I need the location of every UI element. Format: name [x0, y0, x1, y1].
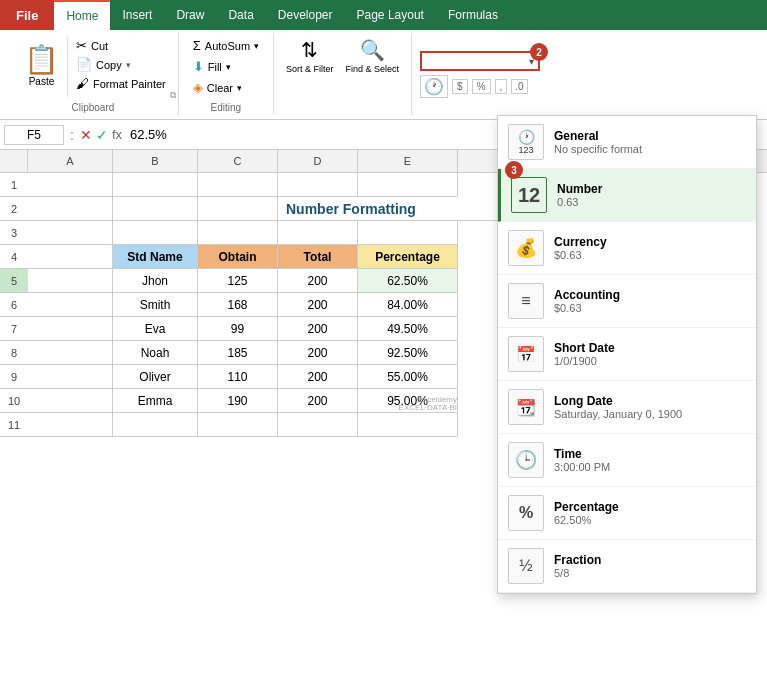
- autosum-arrow[interactable]: ▾: [254, 41, 259, 51]
- tab-draw[interactable]: Draw: [164, 0, 216, 30]
- cut-button[interactable]: ✂ Cut: [72, 36, 170, 55]
- numformat-item-percentage[interactable]: % Percentage 62.50%: [498, 487, 756, 540]
- clear-button[interactable]: ◈ Clear ▾: [187, 78, 265, 97]
- cell-b1[interactable]: [113, 173, 198, 197]
- cell-d11[interactable]: [278, 413, 358, 437]
- format-icon-5[interactable]: .0: [511, 79, 527, 94]
- insert-function-icon[interactable]: fx: [112, 127, 122, 143]
- number-format-input[interactable]: [426, 55, 529, 67]
- cell-b7[interactable]: Eva: [113, 317, 198, 341]
- cell-c8[interactable]: 185: [198, 341, 278, 365]
- col-header-e[interactable]: E: [358, 150, 458, 172]
- cell-c2[interactable]: [198, 197, 278, 221]
- fill-button[interactable]: ⬇ Fill ▾: [187, 57, 265, 76]
- cell-b6[interactable]: Smith: [113, 293, 198, 317]
- numformat-item-time[interactable]: 🕒 Time 3:00:00 PM: [498, 434, 756, 487]
- cell-b5[interactable]: Jhon: [113, 269, 198, 293]
- cell-a10[interactable]: [28, 389, 113, 413]
- cell-c4-header[interactable]: Obtain: [198, 245, 278, 269]
- tab-insert[interactable]: Insert: [110, 0, 164, 30]
- format-icon-2[interactable]: $: [452, 79, 468, 94]
- cell-d1[interactable]: [278, 173, 358, 197]
- cell-c6[interactable]: 168: [198, 293, 278, 317]
- clipboard-expand[interactable]: ⧉: [170, 90, 176, 101]
- number-format-dropdown[interactable]: ▾ 2: [420, 51, 540, 71]
- fill-arrow[interactable]: ▾: [226, 62, 231, 72]
- cell-b4-header[interactable]: Std Name: [113, 245, 198, 269]
- format-icon-1[interactable]: 🕐: [420, 75, 448, 98]
- col-header-b[interactable]: B: [113, 150, 198, 172]
- cell-a4[interactable]: [28, 245, 113, 269]
- cell-a11[interactable]: [28, 413, 113, 437]
- tab-page-layout[interactable]: Page Layout: [345, 0, 436, 30]
- cell-e3[interactable]: [358, 221, 458, 245]
- cell-e11[interactable]: [358, 413, 458, 437]
- clear-arrow[interactable]: ▾: [237, 83, 242, 93]
- tab-file[interactable]: File: [0, 0, 54, 30]
- find-select-button[interactable]: 🔍 Find & Select: [342, 36, 404, 77]
- confirm-formula-icon[interactable]: ✓: [96, 127, 108, 143]
- cell-a1[interactable]: [28, 173, 113, 197]
- col-header-d[interactable]: D: [278, 150, 358, 172]
- cell-d8[interactable]: 200: [278, 341, 358, 365]
- numformat-item-number[interactable]: 3 12 Number 0.63: [498, 169, 756, 222]
- tab-home[interactable]: Home: [54, 0, 110, 30]
- cell-a2[interactable]: [28, 197, 113, 221]
- cell-a3[interactable]: [28, 221, 113, 245]
- cell-a9[interactable]: [28, 365, 113, 389]
- format-icon-4[interactable]: ,: [495, 79, 508, 94]
- cell-b3[interactable]: [113, 221, 198, 245]
- cell-c5[interactable]: 125: [198, 269, 278, 293]
- sort-filter-button[interactable]: ⇅ Sort & Filter: [282, 36, 338, 77]
- cell-c7[interactable]: 99: [198, 317, 278, 341]
- cell-b11[interactable]: [113, 413, 198, 437]
- col-header-a[interactable]: A: [28, 150, 113, 172]
- cancel-formula-icon[interactable]: ✕: [80, 127, 92, 143]
- cell-d5[interactable]: 200: [278, 269, 358, 293]
- numformat-item-long-date[interactable]: 📆 Long Date Saturday, January 0, 1900: [498, 381, 756, 434]
- cell-e7[interactable]: 49.50%: [358, 317, 458, 341]
- copy-button[interactable]: 📄 Copy ▾: [72, 55, 170, 74]
- cell-c11[interactable]: [198, 413, 278, 437]
- cell-a8[interactable]: [28, 341, 113, 365]
- cell-b8[interactable]: Noah: [113, 341, 198, 365]
- tab-developer[interactable]: Developer: [266, 0, 345, 30]
- numformat-item-general[interactable]: 🕐 123 General No specific format: [498, 116, 756, 169]
- format-icon-3[interactable]: %: [472, 79, 491, 94]
- cell-e4-header[interactable]: Percentage: [358, 245, 458, 269]
- cell-c3[interactable]: [198, 221, 278, 245]
- cell-b2[interactable]: [113, 197, 198, 221]
- cell-d3[interactable]: [278, 221, 358, 245]
- cell-d6[interactable]: 200: [278, 293, 358, 317]
- cell-e1[interactable]: [358, 173, 458, 197]
- format-painter-button[interactable]: 🖌 Format Painter: [72, 74, 170, 93]
- cell-e10[interactable]: 95.00% exceldemyEXCEL·DATA·BI: [358, 389, 458, 413]
- cell-e8[interactable]: 92.50%: [358, 341, 458, 365]
- cell-d7[interactable]: 200: [278, 317, 358, 341]
- paste-button[interactable]: 📋 Paste: [16, 36, 68, 97]
- cell-e9[interactable]: 55.00%: [358, 365, 458, 389]
- cell-d9[interactable]: 200: [278, 365, 358, 389]
- numformat-item-currency[interactable]: 💰 Currency $0.63: [498, 222, 756, 275]
- cell-a6[interactable]: [28, 293, 113, 317]
- cell-e6[interactable]: 84.00%: [358, 293, 458, 317]
- cell-d4-header[interactable]: Total: [278, 245, 358, 269]
- tab-formulas[interactable]: Formulas: [436, 0, 510, 30]
- col-header-c[interactable]: C: [198, 150, 278, 172]
- cell-c1[interactable]: [198, 173, 278, 197]
- cell-e5-selected[interactable]: 62.50%: [358, 269, 458, 293]
- cell-c9[interactable]: 110: [198, 365, 278, 389]
- numformat-item-accounting[interactable]: ≡ Accounting $0.63: [498, 275, 756, 328]
- cell-reference-box[interactable]: F5: [4, 125, 64, 145]
- cell-a5[interactable]: [28, 269, 113, 293]
- autosum-button[interactable]: Σ AutoSum ▾: [187, 36, 265, 55]
- cell-b10[interactable]: Emma: [113, 389, 198, 413]
- cell-a7[interactable]: [28, 317, 113, 341]
- numformat-item-short-date[interactable]: 📅 Short Date 1/0/1900: [498, 328, 756, 381]
- cell-c10[interactable]: 190: [198, 389, 278, 413]
- cell-b9[interactable]: Oliver: [113, 365, 198, 389]
- numformat-item-fraction[interactable]: ½ Fraction 5/8: [498, 540, 756, 593]
- tab-data[interactable]: Data: [216, 0, 265, 30]
- copy-dropdown-arrow[interactable]: ▾: [126, 60, 131, 70]
- cell-d10[interactable]: 200: [278, 389, 358, 413]
